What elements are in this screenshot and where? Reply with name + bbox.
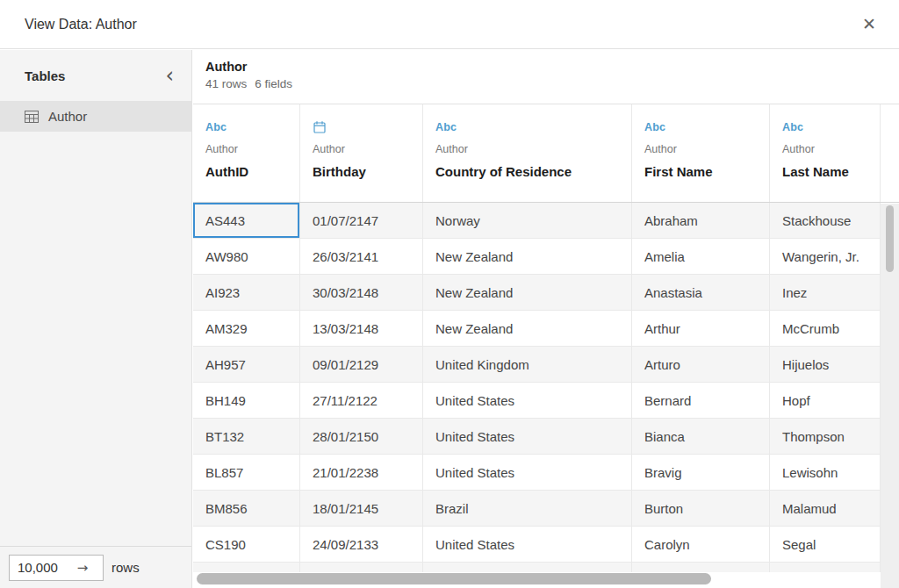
table-cell[interactable]: Hijuelos (770, 347, 881, 383)
table-cell[interactable]: Malamud (770, 491, 881, 527)
table-cell[interactable]: Burton (632, 491, 770, 527)
table-cell[interactable]: United States (423, 383, 632, 419)
table-cell[interactable]: Norway (423, 203, 632, 239)
table-cell[interactable]: Arturo (632, 347, 770, 383)
table-cell[interactable]: McCrumb (770, 311, 881, 347)
column-header-authid[interactable]: AbcAuthorAuthID (193, 104, 300, 202)
abc-icon: Abc (782, 119, 803, 134)
column-header-country-of-residence[interactable]: AbcAuthorCountry of Residence (423, 104, 632, 202)
apply-row-limit-button[interactable]: → (68, 560, 103, 576)
table-cell[interactable]: AI923 (193, 275, 300, 311)
table-cell[interactable]: BL857 (193, 455, 300, 491)
sidebar-item-author[interactable]: Author (0, 101, 191, 132)
table-cell[interactable]: 09/01/2129 (300, 347, 423, 383)
close-button[interactable]: ✕ (859, 14, 880, 34)
vertical-scrollbar[interactable] (881, 204, 899, 588)
table-cell[interactable]: 26/03/2141 (300, 239, 423, 275)
table-row: AI92330/03/2148New ZealandAnastasiaInez (193, 275, 899, 311)
table-cell (770, 563, 881, 572)
column-header-last-name[interactable]: AbcAuthorLast Name (770, 104, 881, 202)
table-cell[interactable]: United Kingdom (423, 347, 632, 383)
table-cell[interactable]: AH957 (193, 347, 300, 383)
table-cell[interactable]: AM329 (193, 311, 300, 347)
table-cell[interactable]: Segal (770, 527, 881, 563)
table-cell[interactable]: Stackhouse (770, 203, 881, 239)
table-cell (193, 563, 300, 572)
table-title: Author (205, 60, 899, 74)
table-cell[interactable]: Arthur (632, 311, 770, 347)
data-grid: AbcAuthorAuthIDAuthorBirthdayAbcAuthorCo… (193, 104, 899, 588)
column-table-label: Author (782, 143, 815, 155)
table-cell[interactable]: Brazil (423, 491, 632, 527)
field-count: 6 fields (255, 77, 292, 90)
table-cell[interactable]: United States (423, 527, 632, 563)
table-cell[interactable]: Carolyn (632, 527, 770, 563)
table-cell[interactable]: 28/01/2150 (300, 419, 423, 455)
table-cell[interactable]: United States (423, 419, 632, 455)
table-cell[interactable]: Lewisohn (770, 455, 881, 491)
horizontal-scrollbar[interactable] (193, 572, 881, 585)
column-field-name: First Name (644, 164, 713, 179)
sidebar-items: Author (0, 101, 191, 132)
table-row: CS19024/09/2133United StatesCarolynSegal (193, 527, 899, 563)
table-cell[interactable]: BH149 (193, 383, 300, 419)
table-cell[interactable]: United States (423, 455, 632, 491)
table-cell[interactable]: 21/01/2238 (300, 455, 423, 491)
vertical-scrollbar-thumb[interactable] (886, 205, 894, 272)
table-cell[interactable]: Wangerin, Jr. (770, 239, 881, 275)
column-header-first-name[interactable]: AbcAuthorFirst Name (632, 104, 770, 202)
table-cell[interactable]: 24/09/2133 (300, 527, 423, 563)
column-field-name: Last Name (782, 164, 849, 179)
column-header-birthday[interactable]: AuthorBirthday (300, 104, 423, 202)
row-limit-bar: → rows (0, 546, 191, 588)
table-cell[interactable]: Hopf (770, 383, 881, 419)
grid-body: AS44301/07/2147NorwayAbrahamStackhouseAW… (193, 203, 899, 572)
table-cell[interactable]: Abraham (632, 203, 770, 239)
table-cell (300, 563, 423, 572)
table-cell[interactable]: AS443 (193, 203, 300, 239)
table-cell[interactable]: New Zealand (423, 311, 632, 347)
calendar-icon (313, 119, 327, 134)
rows-label: rows (111, 560, 140, 575)
table-row: BH14927/11/2122United StatesBernardHopf (193, 383, 899, 419)
table-cell[interactable]: 18/01/2145 (300, 491, 423, 527)
sidebar-item-label: Author (48, 109, 87, 124)
table-cell[interactable]: 13/03/2148 (300, 311, 423, 347)
abc-icon: Abc (435, 119, 457, 134)
titlebar: View Data: Author ✕ (0, 0, 899, 49)
row-limit-input[interactable] (10, 560, 68, 575)
table-cell[interactable]: 27/11/2122 (300, 383, 423, 419)
data-pane: Author 41 rows 6 fields AbcAuthorAuthIDA… (193, 50, 899, 588)
table-cell (632, 563, 770, 572)
table-cell[interactable]: Bianca (632, 419, 770, 455)
table-cell[interactable]: Thompson (770, 419, 881, 455)
table-cell[interactable]: 01/07/2147 (300, 203, 423, 239)
table-cell[interactable]: Amelia (632, 239, 770, 275)
table-row: AH95709/01/2129United KingdomArturoHijue… (193, 347, 899, 383)
table-row: BL85721/01/2238United StatesBravigLewiso… (193, 455, 899, 491)
collapse-sidebar-button[interactable]: ‹ (165, 67, 174, 84)
table-cell[interactable]: Bernard (632, 383, 770, 419)
table-cell[interactable]: BM856 (193, 491, 300, 527)
table-cell[interactable]: Inez (770, 275, 881, 311)
table-row: BT13228/01/2150United StatesBiancaThomps… (193, 419, 899, 455)
abc-icon: Abc (644, 119, 665, 134)
close-icon: ✕ (862, 14, 876, 33)
table-cell[interactable]: AW980 (193, 239, 300, 275)
table-cell[interactable]: New Zealand (423, 275, 632, 311)
table-cell[interactable]: CS190 (193, 527, 300, 563)
column-table-label: Author (644, 143, 677, 155)
table-row-partial (193, 563, 899, 572)
table-row: AS44301/07/2147NorwayAbrahamStackhouse (193, 203, 899, 239)
column-field-name: AuthID (205, 164, 248, 179)
table-cell[interactable]: Bravig (632, 455, 770, 491)
table-cell[interactable]: New Zealand (423, 239, 632, 275)
table-cell[interactable]: Anastasia (632, 275, 770, 311)
table-cell[interactable]: BT132 (193, 419, 300, 455)
window-title: View Data: Author (25, 17, 137, 32)
table-summary: 41 rows 6 fields (205, 77, 899, 90)
horizontal-scrollbar-thumb[interactable] (197, 573, 711, 584)
table-cell[interactable]: 30/03/2148 (300, 275, 423, 311)
table-row: AM32913/03/2148New ZealandArthurMcCrumb (193, 311, 899, 347)
sidebar-header: Tables ‹ (0, 50, 191, 101)
